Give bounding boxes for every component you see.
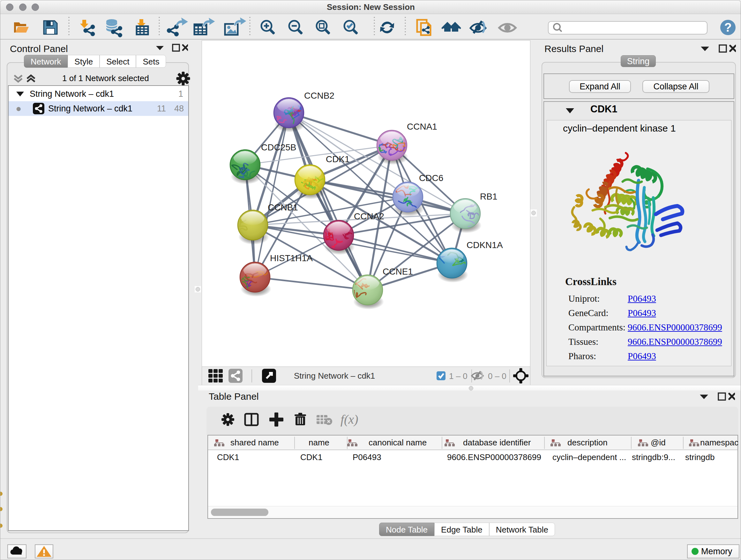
svg-text:?: ? [724, 21, 731, 34]
svg-text:CCNA2: CCNA2 [354, 211, 384, 221]
svg-text:CCNE1: CCNE1 [383, 266, 413, 276]
svg-text:CCNB2: CCNB2 [304, 91, 334, 101]
svg-text:CCNB1: CCNB1 [268, 202, 298, 212]
svg-text:CDKN1A: CDKN1A [467, 240, 503, 250]
svg-text:CDC6: CDC6 [419, 173, 443, 183]
svg-text:CDK1: CDK1 [326, 154, 350, 164]
svg-text:RB1: RB1 [480, 192, 497, 201]
svg-text:f(x): f(x) [340, 412, 358, 427]
svg-text:0 – 0: 0 – 0 [488, 371, 507, 381]
svg-text:1 – 0: 1 – 0 [449, 371, 468, 381]
svg-text:CCNA1: CCNA1 [407, 122, 437, 132]
svg-text:CDC25B: CDC25B [261, 142, 296, 152]
svg-text:HIST1H1A: HIST1H1A [270, 253, 313, 263]
